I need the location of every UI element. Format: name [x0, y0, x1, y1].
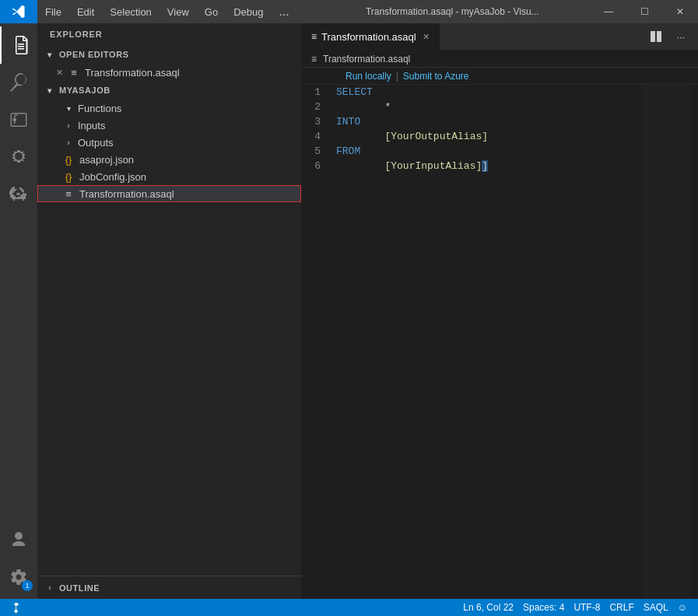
functions-chevron: ▾	[62, 102, 75, 114]
status-spaces[interactable]: Spaces: 4	[518, 599, 569, 616]
split-editor-button[interactable]	[645, 26, 667, 47]
activity-source-control[interactable]	[0, 101, 37, 138]
tab-bar-actions: ···	[639, 23, 698, 50]
breadcrumb-file[interactable]: Transformation.asaql	[323, 54, 410, 65]
editor-area: ≡ Transformation.asaql ✕ ··· ≡ Transform…	[302, 23, 698, 599]
line-number-2: 2	[302, 101, 333, 113]
code-line-4: 4 [YourOutputAlias]	[302, 129, 698, 144]
outline-section[interactable]: › Outline	[37, 576, 301, 599]
myasajob-label: MyAsaJob	[59, 86, 110, 95]
jobconfig-file[interactable]: {} JobConfig.json	[37, 168, 301, 185]
code-line-3: 3 INTO	[302, 114, 698, 129]
functions-folder[interactable]: ▾ Functions	[37, 100, 301, 117]
outline-label: Outline	[59, 583, 100, 593]
status-smiley[interactable]: ☺	[673, 599, 692, 616]
activity-extensions[interactable]	[0, 176, 37, 213]
breadcrumb: ≡ Transformation.asaql	[302, 51, 698, 68]
outputs-folder[interactable]: › Outputs	[37, 134, 301, 151]
activity-accounts[interactable]	[0, 521, 37, 558]
status-branch[interactable]	[6, 599, 30, 616]
editor-toolbar: Run locally | Submit to Azure	[302, 68, 698, 85]
editor-scrollbar[interactable]	[690, 85, 698, 599]
close-button[interactable]: ✕	[662, 0, 698, 23]
inputs-folder[interactable]: › Inputs	[37, 117, 301, 134]
transformation-label: Transformation.asaql	[79, 188, 174, 200]
menu-file[interactable]: File	[37, 0, 69, 23]
outline-chevron: ›	[44, 582, 56, 594]
more-actions-button[interactable]: ···	[670, 26, 692, 47]
maximize-button[interactable]: ☐	[626, 0, 662, 23]
status-encoding[interactable]: UTF-8	[569, 599, 605, 616]
line-number-4: 4	[302, 131, 333, 142]
menu-bar: File Edit Selection View Go Debug ...	[37, 0, 314, 23]
open-editors-chevron: ▾	[44, 48, 56, 61]
menu-selection[interactable]: Selection	[102, 0, 159, 23]
myasajob-chevron: ▾	[44, 84, 56, 96]
outputs-label: Outputs	[78, 137, 114, 149]
activity-debug[interactable]	[0, 138, 37, 176]
activity-search[interactable]	[0, 64, 37, 101]
close-icon[interactable]: ✕	[56, 68, 63, 78]
functions-label: Functions	[78, 103, 121, 114]
menu-view[interactable]: View	[160, 0, 197, 23]
tab-bar: ≡ Transformation.asaql ✕ ···	[302, 23, 698, 51]
code-line-1: 1 SELECT	[302, 85, 698, 100]
file-icon: ≡	[68, 67, 80, 79]
vscode-logo	[0, 0, 37, 23]
sidebar: Explorer ▾ Open Editors ✕ ≡ Transformati…	[37, 23, 302, 599]
tab-file-icon: ≡	[311, 31, 317, 42]
outputs-chevron: ›	[62, 136, 75, 149]
json-icon-2: {}	[62, 171, 75, 183]
sidebar-spacer	[37, 202, 301, 576]
inputs-label: Inputs	[78, 120, 105, 131]
line-number-6: 6	[302, 160, 333, 172]
asaql-icon: ≡	[62, 188, 75, 200]
status-bar: Ln 6, Col 22 Spaces: 4 UTF-8 CRLF SAQL ☺	[0, 599, 698, 616]
inputs-chevron: ›	[62, 119, 75, 131]
line-number-3: 3	[302, 116, 333, 128]
activity-settings[interactable]: 1	[0, 558, 37, 596]
activity-explorer[interactable]	[0, 26, 37, 64]
code-line-5: 5 FROM	[302, 144, 698, 159]
code-line-2: 2 *	[302, 100, 698, 114]
editor-minimap	[644, 85, 690, 599]
menu-edit[interactable]: Edit	[69, 0, 102, 23]
transformation-file[interactable]: ≡ Transformation.asaql	[37, 185, 301, 202]
tab-transformation[interactable]: ≡ Transformation.asaql ✕	[302, 23, 440, 50]
main-layout: 1 Explorer ▾ Open Editors ✕ ≡ Transforma…	[0, 23, 698, 599]
breadcrumb-icon: ≡	[311, 54, 317, 65]
minimize-button[interactable]: —	[591, 0, 626, 23]
window-controls: — ☐ ✕	[591, 0, 698, 23]
sidebar-header: Explorer	[37, 23, 301, 45]
code-lines: 1 SELECT 2 * 3 INTO 4 [YourOutput	[302, 85, 698, 599]
open-editors-label: Open Editors	[59, 50, 129, 59]
myasajob-section[interactable]: ▾ MyAsaJob	[37, 81, 301, 100]
toolbar-separator: |	[396, 71, 398, 82]
run-locally-link[interactable]: Run locally	[345, 71, 391, 82]
settings-badge: 1	[22, 580, 33, 591]
status-ln-col[interactable]: Ln 6, Col 22	[458, 599, 518, 616]
line-number-5: 5	[302, 145, 333, 157]
status-language[interactable]: SAQL	[639, 599, 673, 616]
titlebar: File Edit Selection View Go Debug ... Tr…	[0, 0, 698, 23]
status-eol[interactable]: CRLF	[605, 599, 638, 616]
window-title: Transformation.asaql - myAsaJob - Visu..…	[314, 6, 591, 17]
menu-more[interactable]: ...	[271, 5, 296, 19]
open-editors-section[interactable]: ▾ Open Editors	[37, 45, 301, 64]
asaproj-file[interactable]: {} asaproj.json	[37, 151, 301, 168]
open-editor-name: Transformation.asaql	[85, 67, 180, 79]
line-number-1: 1	[302, 86, 333, 98]
code-line-6: 6 [YourInputAlias]]	[302, 159, 698, 173]
menu-go[interactable]: Go	[197, 0, 226, 23]
open-editor-transformation[interactable]: ✕ ≡ Transformation.asaql	[37, 64, 301, 81]
asaproj-label: asaproj.json	[79, 154, 134, 166]
tab-close-button[interactable]: ✕	[423, 32, 430, 42]
menu-debug[interactable]: Debug	[226, 0, 271, 23]
code-editor[interactable]: 1 SELECT 2 * 3 INTO 4 [YourOutput	[302, 85, 698, 599]
json-icon: {}	[62, 154, 75, 166]
tab-label: Transformation.asaql	[321, 31, 416, 43]
activity-bottom: 1	[0, 521, 37, 599]
activity-bar: 1	[0, 23, 37, 599]
jobconfig-label: JobConfig.json	[79, 171, 146, 183]
submit-azure-link[interactable]: Submit to Azure	[403, 71, 469, 82]
